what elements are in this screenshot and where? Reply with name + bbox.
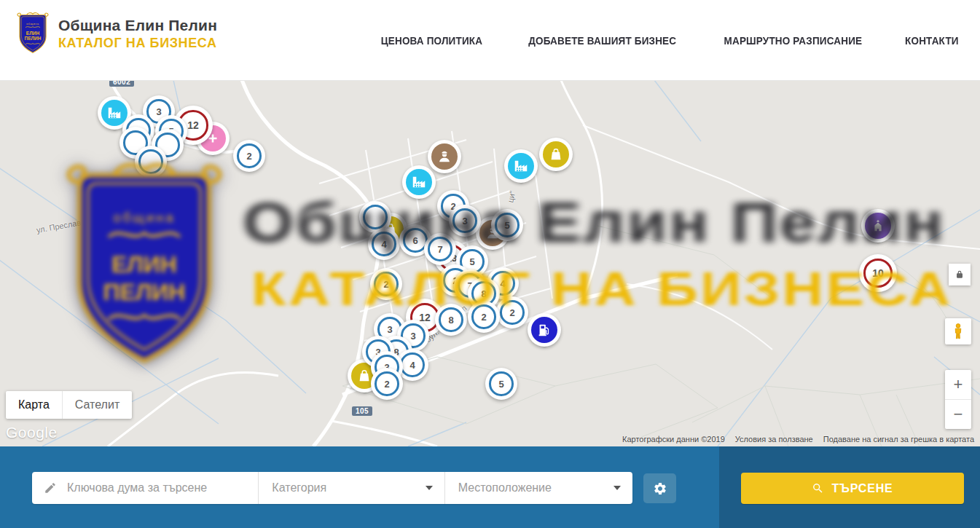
map-layer-markers: 31225223513467522748212823383432510 xyxy=(0,80,980,446)
search-group: Категория Местоположение xyxy=(32,472,632,504)
map-cluster-marker[interactable]: 5 xyxy=(485,368,517,400)
keyword-field-wrap xyxy=(32,472,259,504)
page: община ЕЛИН ПЕЛИН Община Елин Пелин КАТА… xyxy=(0,0,980,528)
search-icon xyxy=(812,482,824,494)
nav-link-add-business[interactable]: ДОБАВЕТЕ ВАШИЯТ БИЗНЕС xyxy=(528,34,676,47)
svg-text:община: община xyxy=(26,23,39,25)
site-header: община ЕЛИН ПЕЛИН Община Елин Пелин КАТА… xyxy=(0,0,980,81)
street-view-pegman[interactable] xyxy=(945,318,971,344)
map-cluster-marker[interactable]: 2 xyxy=(468,301,500,333)
pegman-icon xyxy=(949,322,968,341)
attribution-copyright: Картографски данни ©2019 xyxy=(622,435,725,444)
map-cluster-marker[interactable]: 7 xyxy=(424,233,456,265)
main-nav: ЦЕНОВА ПОЛИТИКА ДОБАВЕТЕ ВАШИЯТ БИЗНЕС М… xyxy=(375,0,962,80)
map-canvas[interactable]: 6002105ул. Преславбул. „Новоселци“ 31225… xyxy=(0,80,980,446)
location-select-value: Местоположение xyxy=(458,481,552,494)
zoom-in-button[interactable]: + xyxy=(945,370,971,400)
search-bar: Категория Местоположение ТЪРСЕНЕ xyxy=(0,446,980,528)
gear-icon xyxy=(653,481,667,496)
nav-link-contacts[interactable]: КОНТАКТИ xyxy=(905,34,959,47)
location-select[interactable]: Местоположение xyxy=(445,472,632,504)
map-pin-fuel[interactable] xyxy=(528,313,561,347)
nav-link-route-schedule[interactable]: МАРШРУТНО РАЗПИСАНИЕ xyxy=(724,34,863,47)
map-cluster-marker[interactable]: 5 xyxy=(491,209,523,241)
pencil-icon xyxy=(44,481,57,494)
category-select[interactable]: Категория xyxy=(259,472,444,504)
attribution-terms-link[interactable]: Условия за ползване xyxy=(735,435,813,444)
map-cluster-marker[interactable]: 8 xyxy=(435,304,467,336)
chevron-down-icon xyxy=(614,486,621,490)
map-cluster-marker[interactable] xyxy=(135,146,167,178)
chevron-down-icon xyxy=(426,486,433,490)
map-type-satellite-button[interactable]: Сателит xyxy=(62,391,132,419)
map-type-control: Карта Сателит xyxy=(6,391,132,419)
category-select-value: Категория xyxy=(272,481,326,494)
nav-link-pricing[interactable]: ЦЕНОВА ПОЛИТИКА xyxy=(381,34,482,47)
map-type-map-button[interactable]: Карта xyxy=(6,391,62,419)
keyword-search-input[interactable] xyxy=(66,481,258,495)
map-cluster-marker[interactable]: 2 xyxy=(496,296,528,328)
municipality-logo-icon: община ЕЛИН ПЕЛИН xyxy=(16,12,50,55)
scroll-lock-button[interactable] xyxy=(949,264,971,285)
zoom-out-button[interactable]: − xyxy=(945,400,971,429)
lock-icon xyxy=(954,269,965,280)
svg-text:ПЕЛИН: ПЕЛИН xyxy=(25,36,42,41)
attribution-report-link[interactable]: Подаване на сигнал за грешка в картата xyxy=(823,435,974,444)
map-cluster-marker[interactable]: 4 xyxy=(368,228,400,260)
map-attribution: Картографски данни ©2019 Условия за полз… xyxy=(622,435,974,444)
map-cluster-marker[interactable]: 2 xyxy=(371,368,403,400)
site-title: Община Елин Пелин xyxy=(58,17,217,34)
advanced-search-button[interactable] xyxy=(643,473,676,503)
map-cluster-marker[interactable]: 2 xyxy=(233,140,265,172)
zoom-control: + − xyxy=(945,370,971,429)
map-pin-factory[interactable] xyxy=(504,149,538,183)
search-submit-button[interactable]: ТЪРСЕНЕ xyxy=(741,473,964,504)
google-logo[interactable]: Google xyxy=(6,424,58,441)
map-pin-factory[interactable] xyxy=(402,165,436,199)
map-pin-church[interactable] xyxy=(861,209,895,243)
map-cluster-marker[interactable]: 10 xyxy=(859,254,897,292)
site-subtitle: КАТАЛОГ НА БИЗНЕСА xyxy=(58,36,217,51)
svg-text:ЕЛИН: ЕЛИН xyxy=(26,31,40,36)
search-submit-label: ТЪРСЕНЕ xyxy=(831,482,893,495)
map-pin-bag[interactable] xyxy=(539,138,573,171)
map-cluster-marker[interactable]: 3 xyxy=(449,205,481,237)
brand[interactable]: община ЕЛИН ПЕЛИН Община Елин Пелин КАТА… xyxy=(16,12,217,55)
map-cluster-marker[interactable]: 2 xyxy=(370,268,402,300)
